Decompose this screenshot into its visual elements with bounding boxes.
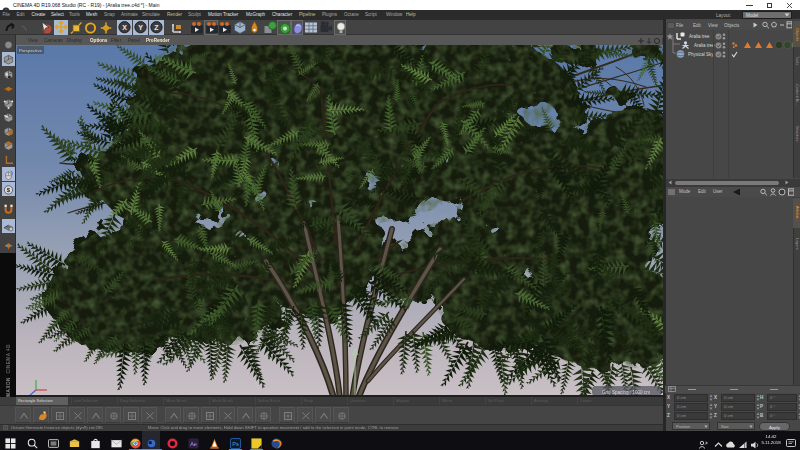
svg-text:Y: Y <box>138 24 143 31</box>
svg-text:Z: Z <box>154 24 159 31</box>
svg-text:Ps: Ps <box>232 441 239 447</box>
svg-text:Perspective: Perspective <box>19 48 42 53</box>
svg-text:X: X <box>122 24 127 31</box>
svg-text:Ae: Ae <box>190 441 197 447</box>
svg-text:Grid Spacing : 1000 cm: Grid Spacing : 1000 cm <box>602 390 650 395</box>
